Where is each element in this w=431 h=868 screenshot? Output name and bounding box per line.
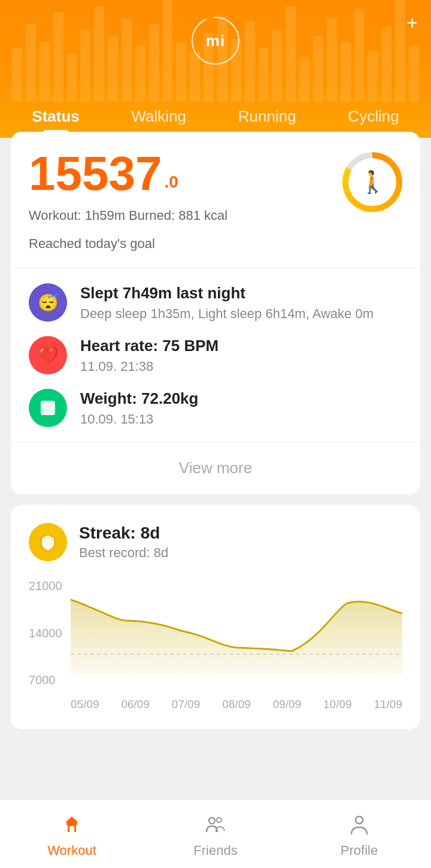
sleep-subtitle: Deep sleep 1h35m, Light sleep 6h14m, Awa… xyxy=(80,306,402,322)
weight-title: Weight: 72.20kg xyxy=(80,389,402,409)
mi-logo: mi xyxy=(192,17,239,65)
bottom-nav: Workout Friends Profile xyxy=(0,799,431,868)
chart-area-fill xyxy=(71,600,402,675)
goal-text: Reached today's goal xyxy=(29,233,227,254)
weight-subtitle: 10.09. 15:13 xyxy=(80,412,402,427)
friends-label: Friends xyxy=(193,843,237,858)
sleep-title: Slept 7h49m last night xyxy=(80,283,402,304)
streak-chart: 21000 14000 7000 xyxy=(29,579,402,711)
y-label-7000: 7000 xyxy=(29,673,62,687)
weight-text: Weight: 72.20kg 10.09. 15:13 xyxy=(80,389,402,427)
streak-text: Streak: 8d Best record: 8d xyxy=(79,524,168,561)
x-label-0809: 08/09 xyxy=(222,698,251,711)
sleep-text: Slept 7h49m last night Deep sleep 1h35m,… xyxy=(80,283,402,322)
x-label-1109: 11/09 xyxy=(374,698,402,711)
svg-rect-2 xyxy=(69,826,74,832)
weight-icon xyxy=(29,389,67,427)
heart-rate-item[interactable]: ❤️ Heart rate: 75 BPM 11.09. 21:38 xyxy=(29,322,402,374)
streak-title: Streak: 8d xyxy=(79,524,168,543)
friends-icon xyxy=(204,813,227,839)
view-more-button[interactable]: View more xyxy=(29,442,402,494)
x-label-0709: 07/09 xyxy=(172,698,201,711)
svg-point-4 xyxy=(217,818,221,822)
y-label-21000: 21000 xyxy=(29,579,62,593)
scale-icon xyxy=(38,398,57,418)
sleep-item[interactable]: 😴 Slept 7h49m last night Deep sleep 1h35… xyxy=(29,269,402,322)
steps-number: 15537.0 xyxy=(29,150,227,198)
streak-icon xyxy=(29,523,67,561)
walking-icon-inner: 🚶 xyxy=(348,158,396,206)
header: + mi Status Walking Running Cycling xyxy=(0,0,431,138)
heart-text: Heart rate: 75 BPM 11.09. 21:38 xyxy=(80,336,402,374)
nav-workout[interactable]: Workout xyxy=(0,805,144,863)
svg-point-5 xyxy=(356,816,363,824)
nav-friends[interactable]: Friends xyxy=(144,805,287,863)
streak-card: Streak: 8d Best record: 8d 21000 14000 7… xyxy=(11,505,420,729)
mi-logo-text: mi xyxy=(206,32,225,50)
main-content: 15537.0 Workout: 1h59m Burned: 881 kcal … xyxy=(0,132,431,801)
svg-point-3 xyxy=(209,818,215,824)
x-label-0609: 06/09 xyxy=(121,698,150,711)
chart-svg xyxy=(71,579,402,687)
workout-icon xyxy=(60,813,83,839)
streak-subtitle: Best record: 8d xyxy=(79,545,168,561)
streak-header: Streak: 8d Best record: 8d xyxy=(29,523,402,561)
svg-rect-0 xyxy=(41,401,55,415)
chart-y-labels: 21000 14000 7000 xyxy=(29,579,62,687)
x-label-1009: 10/09 xyxy=(323,698,352,711)
chart-x-labels: 05/09 06/09 07/09 08/09 09/09 10/09 11/0… xyxy=(71,698,402,711)
walking-figure-icon: 🚶 xyxy=(359,170,386,195)
workout-label: Workout xyxy=(47,843,96,858)
heart-title: Heart rate: 75 BPM xyxy=(80,336,402,356)
profile-icon xyxy=(348,813,371,839)
sleep-icon: 😴 xyxy=(29,283,67,322)
heart-subtitle: 11.09. 21:38 xyxy=(80,359,402,374)
x-label-0909: 09/09 xyxy=(273,698,302,711)
profile-label: Profile xyxy=(341,843,378,858)
stats-card: 15537.0 Workout: 1h59m Burned: 881 kcal … xyxy=(11,132,420,494)
nav-profile[interactable]: Profile xyxy=(287,805,431,863)
steps-row: 15537.0 Workout: 1h59m Burned: 881 kcal … xyxy=(29,150,402,254)
y-label-14000: 14000 xyxy=(29,627,62,640)
heart-icon: ❤️ xyxy=(29,336,67,374)
steps-progress-circle: 🚶 xyxy=(342,152,402,212)
chart-svg-wrap xyxy=(71,579,402,687)
x-label-0509: 05/09 xyxy=(71,698,99,711)
workout-info: Workout: 1h59m Burned: 881 kcal xyxy=(29,205,227,226)
add-button[interactable]: + xyxy=(406,13,418,32)
weight-item[interactable]: Weight: 72.20kg 10.09. 15:13 xyxy=(29,374,402,427)
